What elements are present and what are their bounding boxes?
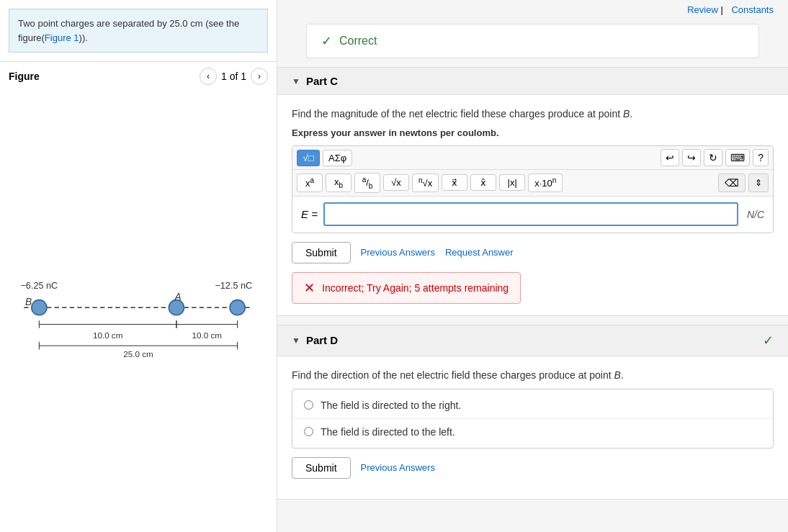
math-btn-sci-notation[interactable]: x·10n xyxy=(528,173,563,191)
part-c-request-answer-link[interactable]: Request Answer xyxy=(445,247,514,258)
review-link[interactable]: Review xyxy=(687,4,718,15)
svg-text:−6.25 nC: −6.25 nC xyxy=(20,281,58,291)
math-btn-superscript[interactable]: xa xyxy=(297,173,323,191)
part-c-submit-row: Submit Previous Answers Request Answer xyxy=(292,242,774,263)
part-d-option-1[interactable]: The field is directed to the right. xyxy=(292,392,773,419)
part-d-section: ▼ Part D ✓ Find the direction of the net… xyxy=(277,325,788,500)
part-c-section: ▼ Part C Find the magnitude of the net e… xyxy=(277,67,788,316)
math-symbol-row: xa xb a/b √x n√x x⃗ x̂ |x| x·10n ⌫ ⇕ xyxy=(292,170,773,197)
math-input-container: √□ ΑΣφ ↩ ↪ ↻ ⌨ ? xa xb a/b xyxy=(292,145,774,233)
math-btn-sqrt[interactable]: √x xyxy=(383,174,409,191)
math-btn-vector[interactable]: x⃗ xyxy=(442,174,467,191)
sqrt-mode-button[interactable]: √□ xyxy=(297,150,320,166)
problem-description: Two point charges are separated by 25.0 … xyxy=(9,9,268,53)
backspace-button[interactable]: ⌫ xyxy=(718,173,746,192)
left-panel: Two point charges are separated by 25.0 … xyxy=(0,0,277,532)
part-d-radio-2[interactable] xyxy=(304,427,313,436)
svg-point-3 xyxy=(230,300,245,315)
math-btn-subscript[interactable]: xb xyxy=(326,173,352,192)
math-btn-unit-vector[interactable]: x̂ xyxy=(470,174,496,191)
correct-text: Correct xyxy=(339,35,377,48)
svg-text:B: B xyxy=(25,297,32,307)
figure-prev-button[interactable]: ‹ xyxy=(200,68,217,85)
math-toolbar-row1: √□ ΑΣφ ↩ ↪ ↻ ⌨ ? xyxy=(292,146,773,170)
figure-link[interactable]: Figure 1 xyxy=(45,32,79,43)
part-d-title: Part D xyxy=(306,334,338,346)
part-d-radio-group: The field is directed to the right. The … xyxy=(292,389,774,448)
part-d-radio-1[interactable] xyxy=(304,400,313,410)
part-c-header[interactable]: ▼ Part C xyxy=(277,68,788,95)
problem-text-end: )). xyxy=(79,32,88,43)
figure-page-indicator: 1 of 1 xyxy=(221,71,246,82)
part-c-instruction: Find the magnitude of the net electric f… xyxy=(292,107,774,122)
math-btn-fraction[interactable]: a/b xyxy=(354,173,380,193)
svg-text:−12.5 nC: −12.5 nC xyxy=(215,281,252,291)
refresh-button[interactable]: ↻ xyxy=(704,149,722,166)
part-d-option-1-label: The field is directed to the right. xyxy=(321,400,461,411)
redo-button[interactable]: ↪ xyxy=(682,149,701,166)
figure-title: Figure xyxy=(9,71,40,82)
figure-container: −6.25 nC −12.5 nC B A 10.0 cm 10.0 cm 25… xyxy=(0,91,277,532)
part-d-submit-button[interactable]: Submit xyxy=(292,457,351,479)
undo-button[interactable]: ↩ xyxy=(661,149,679,166)
part-d-option-2[interactable]: The field is directed to the left. xyxy=(292,419,773,445)
part-d-body: Find the direction of the net electric f… xyxy=(277,356,788,499)
help-button[interactable]: ? xyxy=(753,149,769,166)
part-d-instruction: Find the direction of the net electric f… xyxy=(292,368,774,383)
expand-button[interactable]: ⇕ xyxy=(748,173,769,192)
svg-text:10.0 cm: 10.0 cm xyxy=(192,330,222,340)
top-links: Review | Constants xyxy=(277,0,788,15)
right-panel: Review | Constants ✓ Correct ▼ Part C Fi… xyxy=(277,0,788,532)
incorrect-text: Incorrect; Try Again; 5 attempts remaini… xyxy=(322,282,509,294)
svg-point-2 xyxy=(169,300,184,315)
sqrt-mode-icon: √□ xyxy=(303,153,314,163)
math-btn-abs[interactable]: |x| xyxy=(499,174,525,191)
part-d-previous-answers-link[interactable]: Previous Answers xyxy=(361,462,435,473)
math-btn-nth-root[interactable]: n√x xyxy=(412,173,439,191)
part-d-correct-icon: ✓ xyxy=(763,333,774,348)
part-c-title: Part C xyxy=(306,75,338,87)
part-c-body: Find the magnitude of the net electric f… xyxy=(277,95,788,315)
figure-header: Figure ‹ 1 of 1 › xyxy=(0,61,277,91)
part-d-header[interactable]: ▼ Part D ✓ xyxy=(277,325,788,356)
math-input-label: E = xyxy=(301,208,318,220)
math-unit-label: N/C xyxy=(747,209,764,220)
math-input-row: E = N/C xyxy=(292,197,773,233)
incorrect-icon: ✕ xyxy=(304,280,315,296)
part-c-submit-button[interactable]: Submit xyxy=(292,242,351,263)
figure-next-button[interactable]: › xyxy=(251,68,268,85)
part-c-collapse-icon: ▼ xyxy=(292,76,300,86)
part-d-submit-row: Submit Previous Answers xyxy=(292,457,774,479)
svg-text:10.0 cm: 10.0 cm xyxy=(93,330,122,340)
keyboard-button[interactable]: ⌨ xyxy=(725,149,750,166)
symbol-mode-button[interactable]: ΑΣφ xyxy=(323,150,352,166)
toolbar-right-btns: ⌫ ⇕ xyxy=(718,173,769,192)
correct-check-icon: ✓ xyxy=(321,33,332,49)
part-c-express-label: Express your answer in newtons per coulo… xyxy=(292,127,774,138)
svg-point-1 xyxy=(32,300,47,315)
incorrect-banner: ✕ Incorrect; Try Again; 5 attempts remai… xyxy=(292,272,521,304)
symbol-mode-label: ΑΣφ xyxy=(328,153,346,163)
svg-text:A: A xyxy=(174,292,181,302)
figure-nav: ‹ 1 of 1 › xyxy=(200,68,268,85)
correct-banner: ✓ Correct xyxy=(306,24,759,58)
part-d-option-2-label: The field is directed to the left. xyxy=(321,426,455,438)
figure-svg: −6.25 nC −12.5 nC B A 10.0 cm 10.0 cm 25… xyxy=(9,266,268,357)
svg-text:25.0 cm: 25.0 cm xyxy=(123,349,153,357)
part-c-previous-answers-link[interactable]: Previous Answers xyxy=(361,247,435,258)
constants-link[interactable]: Constants xyxy=(731,4,774,15)
math-input-field[interactable] xyxy=(323,202,738,226)
part-d-collapse-icon: ▼ xyxy=(292,335,300,346)
